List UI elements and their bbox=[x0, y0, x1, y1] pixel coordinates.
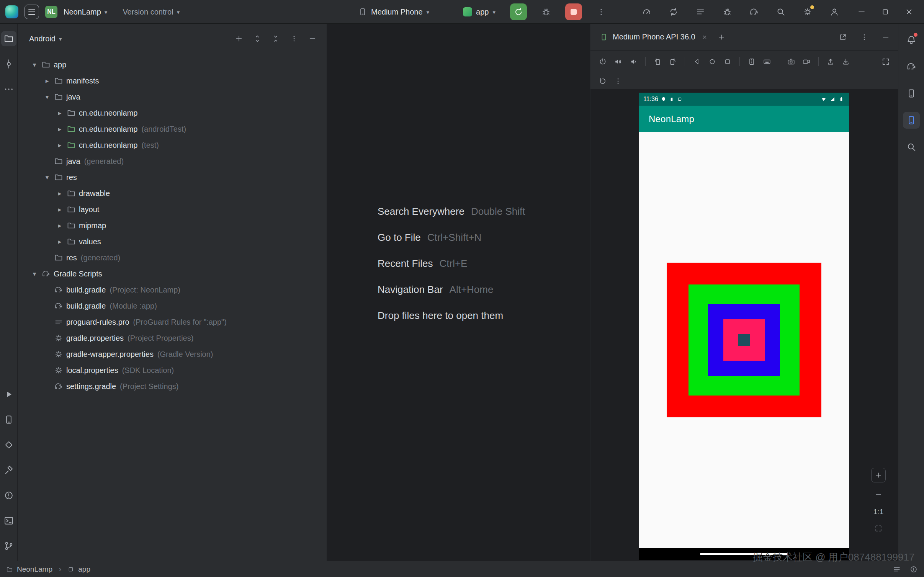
panel-options-icon[interactable] bbox=[857, 30, 871, 44]
device-selector[interactable]: Medium Phone ▾ bbox=[358, 7, 429, 16]
running-devices-tool-icon[interactable] bbox=[903, 112, 920, 129]
tree-item-build-gradle-module[interactable]: build.gradle (Module :app) bbox=[18, 298, 327, 314]
volume-down-icon[interactable] bbox=[626, 55, 640, 69]
chevron-right-icon[interactable]: ▸ bbox=[54, 109, 65, 117]
close-button[interactable] bbox=[897, 0, 921, 24]
hide-panel-icon[interactable] bbox=[306, 32, 319, 45]
settings-icon[interactable] bbox=[799, 3, 816, 20]
maximize-button[interactable] bbox=[873, 0, 897, 24]
chevron-right-icon[interactable]: ▸ bbox=[54, 190, 65, 197]
emulator-screen[interactable]: 11:36 NeonLamp bbox=[639, 93, 849, 560]
tree-item-mipmap[interactable]: ▸ mipmap bbox=[18, 217, 327, 234]
tree-item-res-generated[interactable]: res (generated) bbox=[18, 250, 327, 266]
terminal-tool-icon[interactable] bbox=[1, 513, 16, 528]
sync-icon[interactable] bbox=[665, 3, 682, 20]
view-options-icon[interactable] bbox=[611, 74, 625, 88]
minimize-button[interactable] bbox=[850, 0, 873, 24]
android-back-icon[interactable] bbox=[690, 55, 704, 69]
tree-item-java-generated[interactable]: java (generated) bbox=[18, 153, 327, 169]
stop-button[interactable] bbox=[565, 3, 582, 20]
hide-panel-icon[interactable] bbox=[879, 30, 893, 44]
debug-button[interactable] bbox=[538, 3, 554, 20]
project-tool-icon[interactable] bbox=[1, 31, 16, 46]
more-tools-icon[interactable] bbox=[1, 82, 16, 97]
tree-item-package-test[interactable]: ▸ cn.edu.neonlamp (test) bbox=[18, 137, 327, 153]
commit-tool-icon[interactable] bbox=[1, 56, 16, 72]
chevron-right-icon[interactable]: ▸ bbox=[54, 125, 65, 133]
tree-item-gradle-properties[interactable]: gradle.properties (Project Properties) bbox=[18, 330, 327, 346]
screenshot-icon[interactable] bbox=[784, 55, 798, 69]
close-tab-icon[interactable] bbox=[700, 33, 709, 42]
chevron-down-icon[interactable]: ▾ bbox=[29, 61, 40, 69]
chevron-right-icon[interactable]: ▸ bbox=[54, 141, 65, 149]
build-tool-icon[interactable] bbox=[1, 463, 16, 478]
resize-display-icon[interactable] bbox=[879, 55, 893, 69]
rotate-left-icon[interactable] bbox=[651, 55, 664, 69]
main-menu-button[interactable] bbox=[25, 5, 39, 19]
event-log-icon[interactable] bbox=[893, 565, 901, 574]
app-quality-insights-tool-icon[interactable] bbox=[903, 139, 920, 155]
tree-item-gradle-scripts[interactable]: ▾ Gradle Scripts bbox=[18, 266, 327, 282]
tree-item-res[interactable]: ▾ res bbox=[18, 169, 327, 185]
android-home-icon[interactable] bbox=[705, 55, 719, 69]
expand-all-icon[interactable] bbox=[251, 32, 264, 45]
zoom-fit-button[interactable] bbox=[875, 525, 882, 532]
tree-item-drawable[interactable]: ▸ drawable bbox=[18, 185, 327, 201]
chevron-right-icon[interactable]: ▸ bbox=[42, 77, 52, 85]
chevron-right-icon[interactable]: ▸ bbox=[54, 238, 65, 245]
android-overview-icon[interactable] bbox=[721, 55, 734, 69]
device-manager-tool-icon[interactable] bbox=[903, 85, 920, 102]
gradle-sync-icon[interactable] bbox=[746, 3, 762, 20]
project-view-selector[interactable]: Android ▾ bbox=[29, 34, 62, 43]
zoom-in-button[interactable] bbox=[871, 468, 886, 482]
tree-item-build-gradle-project[interactable]: build.gradle (Project: NeonLamp) bbox=[18, 282, 327, 298]
notifications-tool-icon[interactable] bbox=[903, 31, 920, 48]
build-variants-icon[interactable] bbox=[692, 3, 709, 20]
breadcrumb-module[interactable]: app bbox=[78, 565, 90, 574]
app-insights-icon[interactable] bbox=[719, 3, 736, 20]
fold-device-icon[interactable] bbox=[745, 55, 759, 69]
resource-manager-icon[interactable] bbox=[1, 437, 16, 453]
chevron-right-icon[interactable]: ▸ bbox=[54, 222, 65, 229]
tree-item-java[interactable]: ▾ java bbox=[18, 89, 327, 105]
project-selector[interactable]: NeonLamp ▾ bbox=[64, 8, 107, 16]
tree-item-manifests[interactable]: ▸ manifests bbox=[18, 73, 327, 89]
tree-item-app[interactable]: ▾ app bbox=[18, 57, 327, 73]
more-actions-button[interactable] bbox=[593, 3, 610, 20]
chevron-down-icon[interactable]: ▾ bbox=[29, 270, 40, 278]
version-control-menu[interactable]: Version control ▾ bbox=[123, 8, 180, 16]
chevron-down-icon[interactable]: ▾ bbox=[42, 93, 52, 101]
profiler-icon[interactable] bbox=[638, 3, 655, 20]
tree-item-package-androidtest[interactable]: ▸ cn.edu.neonlamp (androidTest) bbox=[18, 121, 327, 137]
hardware-input-icon[interactable] bbox=[760, 55, 774, 69]
logcat-tool-icon[interactable] bbox=[1, 412, 16, 427]
account-icon[interactable] bbox=[826, 3, 843, 20]
add-device-tab-icon[interactable] bbox=[715, 30, 728, 44]
collapse-all-icon[interactable] bbox=[269, 32, 282, 45]
reset-view-icon[interactable] bbox=[596, 74, 610, 88]
tree-item-proguard-rules[interactable]: proguard-rules.pro (ProGuard Rules for "… bbox=[18, 314, 327, 330]
chevron-right-icon[interactable]: ▸ bbox=[54, 206, 65, 213]
device-tab[interactable]: Medium Phone API 36.0 bbox=[596, 24, 712, 50]
git-tool-icon[interactable] bbox=[1, 538, 16, 554]
rerun-button[interactable] bbox=[510, 3, 527, 20]
tree-item-package-main[interactable]: ▸ cn.edu.neonlamp bbox=[18, 105, 327, 121]
chevron-down-icon[interactable]: ▾ bbox=[42, 173, 52, 181]
download-icon[interactable] bbox=[839, 55, 853, 69]
open-in-window-icon[interactable] bbox=[836, 30, 850, 44]
add-icon[interactable] bbox=[232, 32, 245, 45]
run-tool-icon[interactable] bbox=[1, 387, 16, 402]
run-configuration-selector[interactable]: app ▾ bbox=[463, 7, 496, 16]
power-icon[interactable] bbox=[596, 55, 610, 69]
upload-icon[interactable] bbox=[824, 55, 837, 69]
memory-indicator-icon[interactable] bbox=[909, 565, 918, 574]
problems-tool-icon[interactable] bbox=[1, 488, 16, 503]
tree-item-settings-gradle[interactable]: settings.gradle (Project Settings) bbox=[18, 378, 327, 394]
volume-up-icon[interactable] bbox=[611, 55, 625, 69]
search-icon[interactable] bbox=[772, 3, 789, 20]
tree-item-gradle-wrapper-properties[interactable]: gradle-wrapper.properties (Gradle Versio… bbox=[18, 346, 327, 362]
screen-record-icon[interactable] bbox=[800, 55, 813, 69]
tree-item-layout[interactable]: ▸ layout bbox=[18, 201, 327, 217]
breadcrumb-project[interactable]: NeonLamp bbox=[17, 565, 52, 574]
rotate-right-icon[interactable] bbox=[666, 55, 680, 69]
